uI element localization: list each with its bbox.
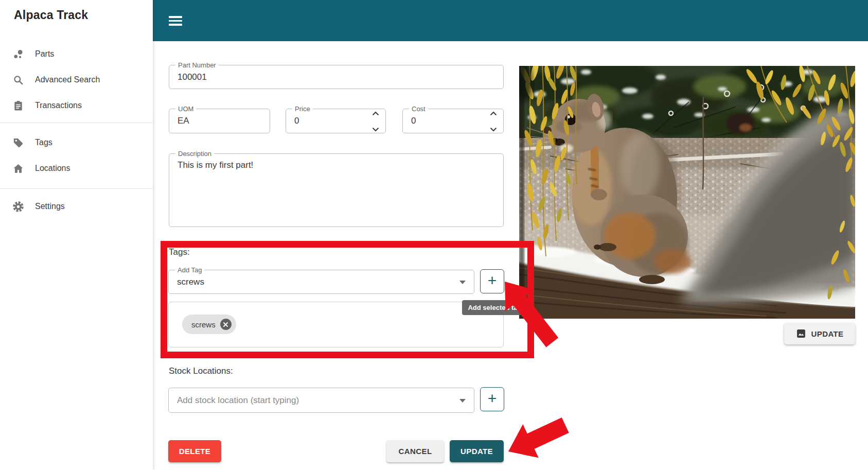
tags-section-heading: Tags: <box>169 247 190 257</box>
cost-field: Cost <box>402 109 504 133</box>
clipboard-icon <box>12 99 24 112</box>
tag-chip-container: screws <box>168 302 504 347</box>
tag-icon <box>12 136 24 149</box>
close-icon <box>223 322 228 327</box>
hamburger-menu-button[interactable] <box>168 14 183 27</box>
home-icon <box>12 162 24 175</box>
squirrel-photo <box>519 66 855 319</box>
image-update-button[interactable]: UPDATE <box>784 323 855 344</box>
annotation-arrow-update <box>501 408 573 468</box>
price-field: Price <box>286 109 386 133</box>
update-button[interactable]: UPDATE <box>450 440 504 462</box>
part-number-field: Part Number <box>169 65 504 89</box>
sidebar-item-label: Locations <box>35 164 70 173</box>
cancel-button[interactable]: CANCEL <box>386 440 444 462</box>
part-number-input[interactable] <box>169 65 503 89</box>
add-stock-location-input[interactable] <box>169 388 474 412</box>
sidebar-item-transactions[interactable]: Transactions <box>0 93 153 118</box>
uom-input[interactable] <box>169 109 270 133</box>
dropdown-caret-icon[interactable] <box>459 281 466 284</box>
cost-stepper[interactable] <box>488 111 499 132</box>
gear-icon <box>12 200 24 213</box>
remove-tag-icon[interactable] <box>220 319 232 330</box>
app-window: Alpaca Track Parts Advanced Search Trans… <box>0 0 868 470</box>
sidebar-divider <box>0 188 153 189</box>
part-photo <box>519 66 855 319</box>
sidebar-item-tags[interactable]: Tags <box>0 130 153 155</box>
tag-chip: screws <box>182 315 236 334</box>
description-field: Description This is my first part! <box>169 153 504 227</box>
tooltip: Add selected tag <box>462 300 527 315</box>
add-stock-location-select[interactable] <box>168 388 474 413</box>
sidebar-item-advanced-search[interactable]: Advanced Search <box>0 67 153 92</box>
sidebar-item-label: Tags <box>35 138 52 147</box>
sidebar-item-label: Parts <box>35 49 54 59</box>
image-update-label: UPDATE <box>811 329 844 338</box>
price-stepper[interactable] <box>370 111 381 132</box>
chevron-down-icon <box>490 127 497 132</box>
sidebar-item-label: Transactions <box>35 101 82 110</box>
sidebar-item-locations[interactable]: Locations <box>0 156 153 181</box>
dropdown-caret-icon[interactable] <box>459 399 466 403</box>
image-icon <box>796 328 806 339</box>
header-bar <box>153 0 868 41</box>
add-tag-select[interactable]: Add Tag screws <box>168 270 474 294</box>
sidebar-item-settings[interactable]: Settings <box>0 194 153 219</box>
uom-field: UOM <box>169 109 270 133</box>
add-stock-location-button[interactable]: + <box>480 387 504 411</box>
stock-locations-heading: Stock Locations: <box>169 366 233 376</box>
sidebar-item-parts[interactable]: Parts <box>0 42 153 66</box>
chevron-up-icon <box>372 111 379 116</box>
app-title: Alpaca Track <box>14 8 88 22</box>
add-tag-selected-value: screws <box>177 277 204 287</box>
chevron-down-icon <box>372 127 379 132</box>
sidebar-item-label: Settings <box>35 202 65 211</box>
plus-icon: + <box>488 391 497 406</box>
sidebar: Alpaca Track Parts Advanced Search Trans… <box>0 0 153 470</box>
chevron-up-icon <box>490 111 497 116</box>
add-tag-button[interactable]: + <box>480 269 504 293</box>
sidebar-divider <box>0 123 153 123</box>
hamburger-icon <box>169 16 182 18</box>
description-input[interactable]: This is my first part! <box>169 154 503 227</box>
tag-chip-label: screws <box>191 320 216 329</box>
bubble-chart-icon <box>12 48 24 60</box>
add-tag-label: Add Tag <box>175 266 204 274</box>
search-icon <box>12 74 24 86</box>
delete-button[interactable]: DELETE <box>168 440 221 462</box>
sidebar-item-label: Advanced Search <box>35 75 100 84</box>
plus-icon: + <box>488 273 497 288</box>
